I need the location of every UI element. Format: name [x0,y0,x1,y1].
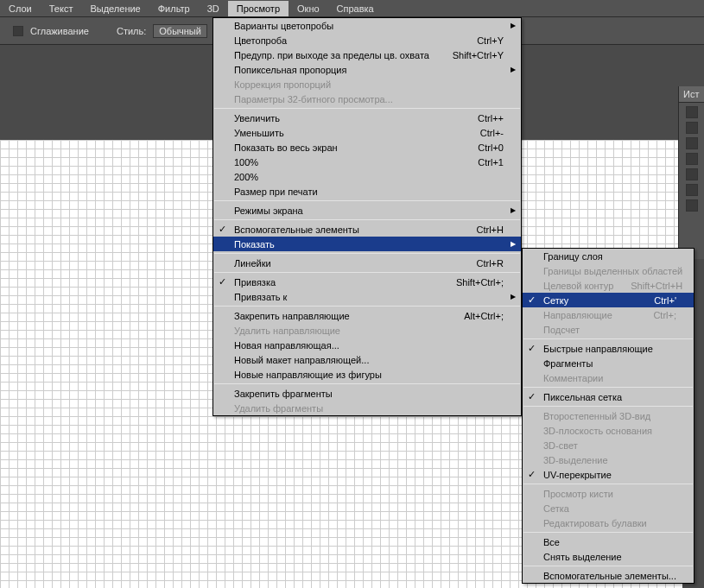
menu-item-label: Новая направляющая... [234,340,339,351]
smoothing-checkbox[interactable] [13,26,23,36]
menu-item: Целевой контурShift+Ctrl+H [523,278,694,293]
menu-item[interactable]: УвеличитьCtrl++ [213,111,521,125]
menu-item[interactable]: Закрепить фрагменты [213,386,521,401]
menu-item-label: Границу слоя [543,251,603,262]
menu-item-label: Показать во весь экран [234,142,338,153]
menu-item: Комментарии [523,370,694,385]
menu-item[interactable]: Новая направляющая... [213,338,521,352]
panel-swatch[interactable] [686,137,698,149]
menu-item[interactable]: Предупр. при выходе за пределы цв. охват… [213,47,521,62]
menubar: Слои Текст Выделение Фильтр 3D Просмотр … [0,0,704,17]
panel-swatch[interactable] [686,184,698,196]
menu-help[interactable]: Справка [328,1,383,16]
menu-item-label: Границы выделенных областей [543,266,682,276]
menu-separator [523,406,693,407]
menu-item-label: Параметры 32-битного просмотра... [234,94,393,104]
panel-swatch[interactable] [686,122,698,134]
menu-text[interactable]: Текст [41,1,82,16]
menu-item[interactable]: Закрепить направляющиеAlt+Ctrl+; [213,308,521,323]
panel-swatch[interactable] [686,168,698,180]
menu-item[interactable]: ЦветопробаCtrl+Y [213,33,521,47]
menu-separator [523,532,693,533]
menu-item[interactable]: ✓Вспомогательные элементыCtrl+H [213,222,521,237]
check-icon: ✓ [528,469,536,480]
submenu-arrow-icon: ▶ [511,293,516,300]
smoothing-label: Сглаживание [30,26,89,36]
menu-item: НаправляющиеCtrl+; [523,307,694,322]
menu-item[interactable]: Вспомогательные элементы... [523,568,694,583]
check-icon: ✓ [219,224,226,235]
panel-swatch[interactable] [686,106,698,118]
menu-separator [523,566,693,566]
menu-window[interactable]: Окно [289,1,328,16]
menu-view[interactable]: Просмотр [228,1,289,16]
menu-shortcut: Ctrl+' [637,295,676,306]
menu-shortcut: Ctrl+- [463,128,504,138]
menu-item[interactable]: ✓Пиксельная сетка [523,389,694,404]
style-dropdown[interactable]: Обычный [153,24,207,38]
menu-item-label: Размер при печати [234,187,318,197]
menu-item: 3D-свет [523,438,694,452]
menu-item[interactable]: ✓Быстрые направляющие [523,341,694,356]
menu-separator [214,200,520,201]
menu-item-label: Сетка [543,503,569,514]
menu-item[interactable]: Размер при печати [213,184,521,199]
menu-shortcut: Ctrl++ [460,113,504,123]
menu-shortcut: Shift+Ctrl+; [439,277,504,288]
menu-item[interactable]: Снять выделение [523,549,694,564]
menu-item[interactable]: Границу слоя [523,249,694,263]
check-icon: ✓ [219,276,226,288]
menu-shortcut: Ctrl+; [636,310,676,320]
menu-item[interactable]: Попиксельная пропорция▶ [213,62,521,77]
menu-item[interactable]: Показать во весь экранCtrl+0 [213,140,521,155]
menu-item: Параметры 32-битного просмотра... [213,92,521,106]
menu-select[interactable]: Выделение [81,1,149,16]
menu-item: Сетка [523,501,694,515]
menu-item-label: 3D-выделение [543,455,608,465]
menu-item[interactable]: УменьшитьCtrl+- [213,125,521,140]
menu-item[interactable]: 100%Ctrl+1 [213,155,521,169]
menu-item-label: Цветопроба [234,35,287,46]
menu-item[interactable]: ✓ПривязкаShift+Ctrl+; [213,275,521,289]
menu-item-label: 3D-свет [543,440,578,451]
menu-item-label: Привязка [234,277,276,288]
panel-swatch[interactable] [686,199,698,212]
menu-item[interactable]: Показать▶ [213,237,521,251]
menu-item[interactable]: Режимы экрана▶ [213,203,521,218]
menu-item: Удалить направляющие [213,323,521,338]
menu-item[interactable]: Варианты цветопробы▶ [213,18,521,33]
menu-item[interactable]: 200% [213,169,521,184]
menu-item[interactable]: Все [523,534,694,549]
menu-item[interactable]: Новый макет направляющей... [213,352,521,367]
menu-item[interactable]: ✓UV-перекрытие [523,467,694,482]
menu-item-label: Снять выделение [543,552,622,562]
menu-item: Второстепенный 3D-вид [523,408,694,423]
menu-item[interactable]: Фрагменты [523,356,694,370]
menu-shortcut: Ctrl+0 [460,142,504,153]
menu-item[interactable]: Новые направляющие из фигуры [213,367,521,382]
history-tab[interactable]: Ист [679,86,704,103]
menu-item[interactable]: ✓СеткуCtrl+' [523,293,694,307]
menu-item[interactable]: Привязать к▶ [213,289,521,304]
submenu-arrow-icon: ▶ [511,22,516,29]
menu-item-label: Закрепить фрагменты [234,389,333,399]
view-menu: Варианты цветопробы▶ЦветопробаCtrl+YПред… [212,17,522,416]
menu-3d[interactable]: 3D [199,1,228,16]
right-panel: Ист [678,86,704,259]
menu-item[interactable]: ЛинейкиCtrl+R [213,256,521,270]
menu-item-label: Коррекция пропорций [234,79,331,90]
menu-item-label: 3D-плоскость основания [543,426,652,436]
submenu-arrow-icon: ▶ [511,206,516,214]
menu-item: Просмотр кисти [523,486,694,501]
menu-item-label: Варианты цветопробы [234,21,333,31]
menu-layers[interactable]: Слои [0,1,41,16]
menu-filter[interactable]: Фильтр [149,1,199,16]
menu-shortcut: Ctrl+H [460,224,504,235]
menu-item-label: Целевой контур [543,281,613,291]
menu-separator [214,108,520,109]
check-icon: ✓ [528,294,536,306]
panel-swatch[interactable] [686,153,698,165]
menu-shortcut: Shift+Ctrl+Y [435,50,504,60]
menu-item: 3D-плоскость основания [523,423,694,438]
menu-item-label: 200% [234,172,258,182]
